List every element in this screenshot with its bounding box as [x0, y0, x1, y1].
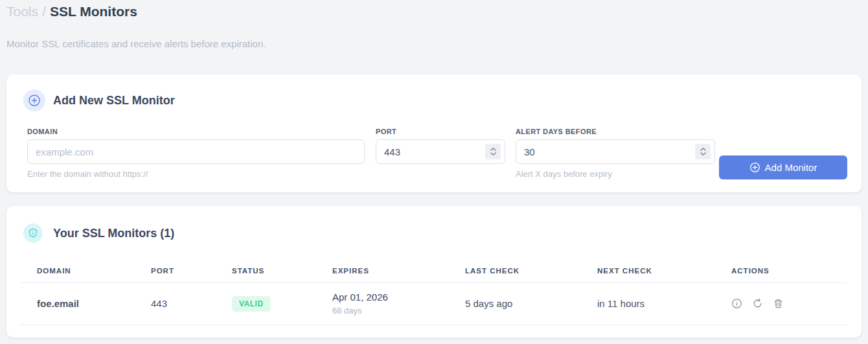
col-header-status: STATUS: [232, 259, 332, 282]
shield-icon: [23, 224, 43, 243]
monitor-expires-days: 68 days: [332, 306, 465, 315]
status-badge: VALID: [232, 296, 271, 312]
col-header-port: PORT: [151, 259, 232, 282]
alert-days-stepper[interactable]: [695, 144, 711, 159]
monitor-last-check: 5 days ago: [465, 282, 597, 325]
table-row: foe.email 443 VALID Apr 01, 2026 68 days…: [21, 282, 847, 325]
page-subtitle: Monitor SSL certificates and receive ale…: [6, 38, 266, 49]
breadcrumb-separator: /: [38, 4, 50, 19]
port-stepper[interactable]: [485, 144, 501, 159]
refresh-icon: [752, 298, 763, 309]
add-monitor-card: Add New SSL Monitor DOMAIN Enter the dom…: [6, 75, 862, 192]
refresh-button[interactable]: [752, 298, 763, 309]
breadcrumb: Tools/SSL Monitors: [6, 4, 137, 19]
info-icon: [731, 298, 742, 309]
domain-input[interactable]: [27, 139, 365, 164]
add-monitor-button-label: Add Monitor: [765, 162, 817, 173]
monitors-list-title: Your SSL Monitors (1): [53, 227, 174, 240]
alert-days-label: ALERT DAYS BEFORE: [516, 128, 715, 135]
col-header-domain: DOMAIN: [21, 259, 151, 282]
col-header-actions: ACTIONS: [731, 259, 847, 282]
add-monitor-title: Add New SSL Monitor: [53, 94, 175, 108]
table-header-row: DOMAIN PORT STATUS EXPIRES LAST CHECK NE…: [21, 259, 847, 282]
monitor-domain: foe.email: [21, 282, 151, 325]
row-actions: [731, 298, 847, 309]
plus-circle-icon: [23, 89, 45, 111]
ssl-monitors-page: Tools/SSL Monitors Monitor SSL certifica…: [0, 0, 868, 344]
col-header-next-check: NEXT CHECK: [597, 259, 731, 282]
port-label: PORT: [376, 128, 505, 135]
domain-helper-text: Enter the domain without https://: [27, 169, 365, 179]
info-button[interactable]: [731, 298, 742, 309]
trash-icon: [773, 298, 784, 309]
port-field-group: PORT: [376, 128, 505, 164]
domain-label: DOMAIN: [27, 128, 365, 135]
monitor-expires-date: Apr 01, 2026: [332, 292, 465, 303]
alert-days-input[interactable]: [516, 139, 715, 164]
add-monitor-button[interactable]: Add Monitor: [719, 155, 847, 179]
plus-circle-icon: [749, 162, 760, 173]
alert-days-helper-text: Alert X days before expiry: [516, 169, 715, 179]
monitors-table: DOMAIN PORT STATUS EXPIRES LAST CHECK NE…: [21, 259, 847, 325]
delete-button[interactable]: [773, 298, 784, 309]
monitor-next-check: in 11 hours: [597, 282, 731, 325]
col-header-expires: EXPIRES: [332, 259, 465, 282]
alert-days-field-group: ALERT DAYS BEFORE Alert X days before ex…: [516, 128, 715, 179]
col-header-last-check: LAST CHECK: [465, 259, 597, 282]
monitor-port: 443: [151, 282, 232, 325]
monitors-list-card: Your SSL Monitors (1) DOMAIN PORT STATUS…: [6, 206, 862, 338]
domain-field-group: DOMAIN Enter the domain without https://: [27, 128, 365, 179]
breadcrumb-tools-link[interactable]: Tools: [6, 4, 38, 19]
page-title: SSL Monitors: [50, 4, 137, 19]
